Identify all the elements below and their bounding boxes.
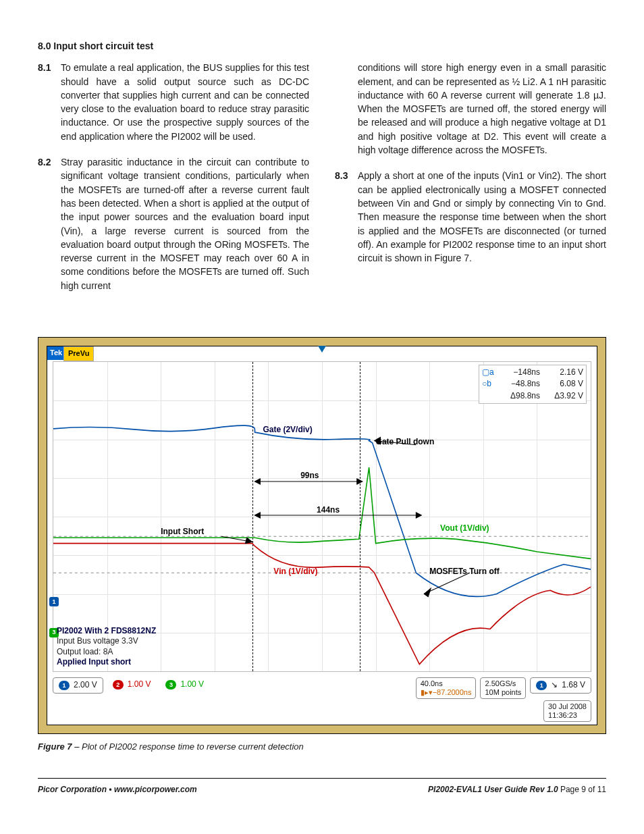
svg-marker-2 <box>255 479 261 484</box>
section-heading: 8.0 Input short circuit test <box>38 39 606 53</box>
ch1-scale: 12.00 V <box>53 677 103 694</box>
label-gate: Gate (2V/div) <box>263 424 312 436</box>
list-item: 8.2Stray parasitic inductance in the cir… <box>38 155 309 292</box>
trigger-edge-icon: ↘ <box>551 679 558 691</box>
ch3-scale: 31.00 V <box>160 677 209 692</box>
label-144ns: 144ns <box>317 504 340 516</box>
label-99ns: 99ns <box>300 470 319 481</box>
item-number: 8.2 <box>38 155 61 292</box>
item-text: To emulate a real application, the BUS s… <box>61 61 309 143</box>
footer-rule <box>38 778 606 779</box>
label-mosfet-off: MOSFETs Turn off <box>429 566 500 577</box>
list-item: 8.3Apply a short at one of the inputs (V… <box>335 169 606 265</box>
acquisition-readout: 2.50GS/s 10M points <box>480 677 526 699</box>
figure-7-container: Tek PreVu <box>38 337 606 734</box>
label-vin: Vin (1V/div) <box>273 566 317 577</box>
ch2-scale: 21.00 V <box>107 677 157 692</box>
item-text: Stray parasitic inductance in the circui… <box>61 155 309 292</box>
item-text: Apply a short at one of the inputs (Vin1… <box>358 169 606 265</box>
cursor-mark-icon: ▢a <box>482 367 491 378</box>
label-vout: Vout (1V/div) <box>440 523 489 534</box>
list-item: conditions will store high energy even i… <box>335 61 606 157</box>
scope-mode-badge: PreVu <box>63 346 94 361</box>
svg-marker-5 <box>255 513 261 518</box>
figure-caption: Figure 7 – Plot of PI2002 response time … <box>38 741 606 754</box>
item-number: 8.1 <box>38 61 61 143</box>
scope-brand: Tek <box>47 346 65 360</box>
label-input-short: Input Short <box>161 526 204 538</box>
timestamp-readout: 30 Jul 2008 11:36:23 <box>543 700 591 722</box>
scope-footer: 12.00 V 21.00 V 31.00 V 40.0ns ▮▸▾−87.20… <box>53 677 591 700</box>
scope-traces <box>53 362 591 671</box>
item-number: 8.3 <box>335 169 358 265</box>
ch1-marker-icon: 1 <box>49 597 59 606</box>
trigger-readout: 1↘1.68 V <box>530 677 591 694</box>
svg-marker-6 <box>416 513 421 518</box>
page-footer: Picor Corporation • www.picorpower.com P… <box>38 784 606 796</box>
label-gate-pull: Gate Pull down <box>376 436 435 448</box>
footer-right: PI2002-EVAL1 User Guide Rev 1.0 Page 9 o… <box>428 784 606 796</box>
cursor-mark-icon: ○b <box>482 378 491 390</box>
trigger-marker-icon <box>318 346 326 354</box>
scope-notes: PI2002 With 2 FDS8812NZ Input Bus voltag… <box>57 626 156 668</box>
svg-marker-3 <box>357 479 363 484</box>
cursor-readout: ▢a−148ns2.16 V ○b−48.8ns6.08 V Δ98.8nsΔ3… <box>479 365 587 404</box>
footer-left: Picor Corporation • www.picorpower.com <box>38 784 197 796</box>
svg-marker-12 <box>424 588 431 596</box>
item-text: conditions will store high energy even i… <box>358 61 606 157</box>
list-item: 8.1To emulate a real application, the BU… <box>38 61 309 143</box>
oscilloscope-plot: Tek PreVu <box>47 346 597 725</box>
svg-marker-0 <box>318 346 326 353</box>
two-column-body: 8.1To emulate a real application, the BU… <box>38 61 606 305</box>
svg-marker-8 <box>246 538 252 543</box>
timebase-readout: 40.0ns ▮▸▾−87.2000ns <box>416 677 477 699</box>
